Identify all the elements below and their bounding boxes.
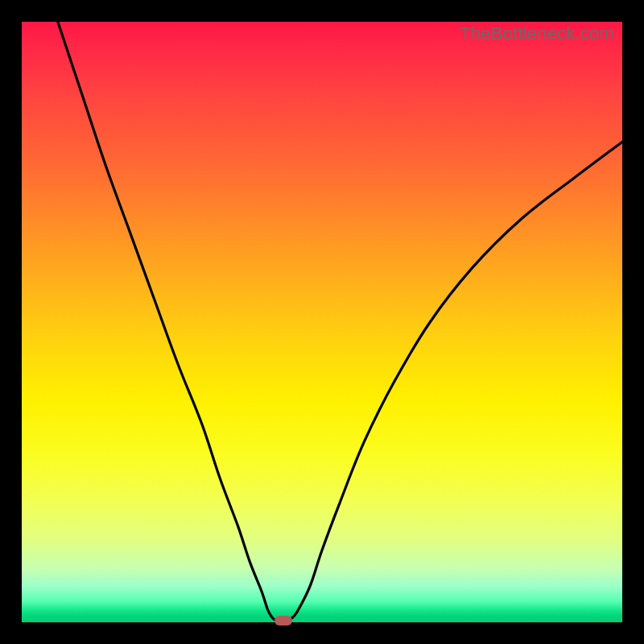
watermark-text: TheBottleneck.com bbox=[460, 23, 614, 44]
optimum-marker bbox=[275, 616, 292, 625]
chart-frame: TheBottleneck.com bbox=[0, 0, 644, 644]
plot-area: TheBottleneck.com bbox=[22, 22, 622, 622]
bottleneck-curve bbox=[22, 22, 622, 622]
